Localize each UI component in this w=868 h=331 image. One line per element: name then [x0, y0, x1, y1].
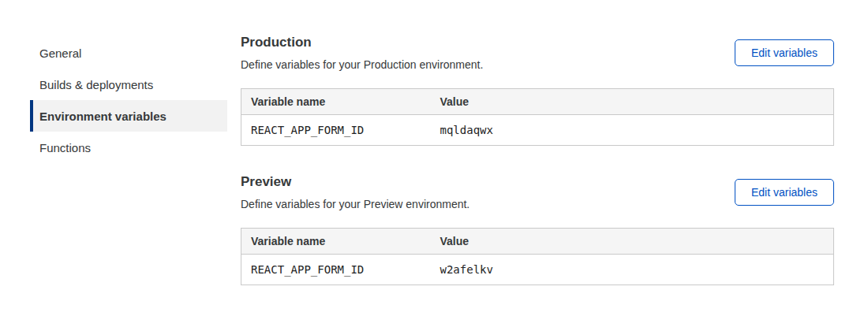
settings-page: General Builds & deployments Environment… — [0, 0, 868, 285]
variable-value-cell: w2afelkv — [431, 255, 834, 285]
preview-section: Preview Define variables for your Previe… — [241, 174, 834, 285]
variable-name-cell: REACT_APP_FORM_ID — [241, 255, 431, 285]
sidebar-item-environment-variables[interactable]: Environment variables — [30, 100, 227, 132]
sidebar-item-functions[interactable]: Functions — [30, 132, 227, 163]
production-title: Production — [241, 35, 483, 50]
production-section-header: Production Define variables for your Pro… — [241, 35, 834, 71]
value-column-header: Value — [431, 229, 834, 255]
sidebar-item-builds-deployments[interactable]: Builds & deployments — [30, 69, 227, 100]
preview-variables-table: Variable name Value REACT_APP_FORM_ID w2… — [241, 228, 834, 285]
table-row: REACT_APP_FORM_ID mqldaqwx — [241, 115, 834, 146]
settings-sidebar: General Builds & deployments Environment… — [30, 37, 227, 285]
value-column-header: Value — [431, 89, 834, 115]
production-edit-variables-button[interactable]: Edit variables — [735, 39, 834, 66]
table-header-row: Variable name Value — [241, 229, 834, 255]
variable-name-column-header: Variable name — [241, 89, 431, 115]
production-variables-table: Variable name Value REACT_APP_FORM_ID mq… — [241, 88, 834, 146]
production-section-titles: Production Define variables for your Pro… — [241, 35, 483, 71]
preview-section-header: Preview Define variables for your Previe… — [241, 174, 834, 210]
preview-title: Preview — [241, 174, 470, 190]
variable-name-column-header: Variable name — [241, 229, 431, 255]
table-row: REACT_APP_FORM_ID w2afelkv — [241, 255, 834, 285]
variable-name-cell: REACT_APP_FORM_ID — [241, 115, 431, 146]
sidebar-item-general[interactable]: General — [30, 37, 227, 69]
preview-edit-variables-button[interactable]: Edit variables — [735, 179, 834, 206]
production-section: Production Define variables for your Pro… — [241, 35, 834, 146]
preview-section-titles: Preview Define variables for your Previe… — [241, 174, 470, 210]
table-header-row: Variable name Value — [241, 89, 834, 115]
variable-value-cell: mqldaqwx — [431, 115, 834, 146]
environment-variables-panel: Production Define variables for your Pro… — [241, 0, 834, 285]
production-description: Define variables for your Production env… — [241, 58, 483, 71]
preview-description: Define variables for your Preview enviro… — [241, 198, 470, 210]
